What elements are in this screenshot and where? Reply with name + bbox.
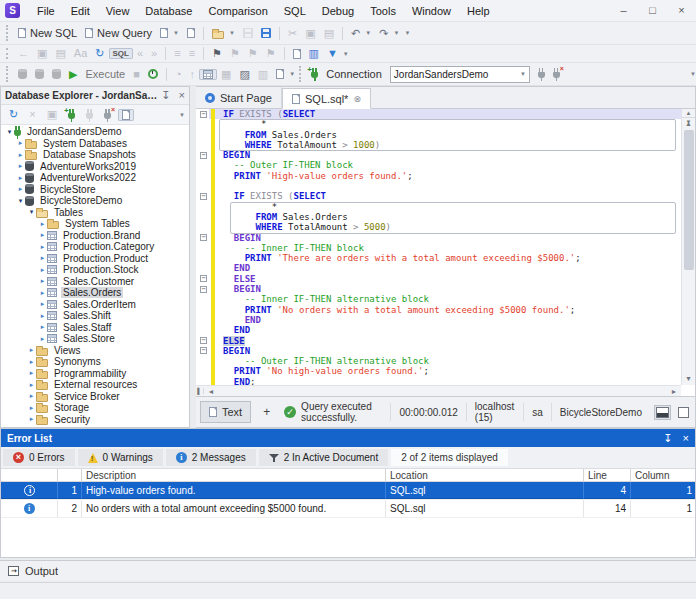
tab-start-page[interactable]: Start Page (196, 87, 282, 108)
fold-collapse-icon[interactable]: − (200, 347, 207, 354)
column-header-location[interactable]: Location (386, 469, 584, 481)
tree-item-production-stock[interactable]: ▸Production.Stock (1, 264, 189, 276)
column-header-description[interactable]: Description (82, 469, 386, 481)
expand-arrow-icon[interactable]: ▸ (27, 358, 36, 366)
tree-item-views[interactable]: ▸Views (1, 345, 189, 357)
close-tab-icon[interactable]: ⊗ (353, 94, 361, 104)
collapse-arrow-icon[interactable]: ▾ (16, 197, 25, 205)
scroll-right-icon[interactable]: ► (667, 388, 681, 395)
snapshot-button[interactable]: ▣ (33, 47, 51, 60)
menu-database[interactable]: Database (137, 2, 200, 20)
connect-button[interactable] (82, 108, 97, 122)
tree-item-tables[interactable]: ▾Tables (1, 207, 189, 219)
tree-item-system-databases[interactable]: ▸System Databases (1, 138, 189, 150)
tree-item-bicyclestore[interactable]: ▸BicycleStore (1, 184, 189, 196)
text-case-button[interactable]: Aa (70, 47, 91, 60)
expand-arrow-icon[interactable]: ▸ (16, 162, 25, 170)
query-profiler-button[interactable] (144, 68, 162, 80)
redo-button[interactable]: ↷▼▼ (375, 27, 414, 40)
dropdown-arrow-icon[interactable]: ▼ (289, 71, 295, 77)
fold-collapse-icon[interactable]: − (200, 275, 207, 282)
expand-arrow-icon[interactable]: ▸ (16, 151, 25, 159)
dropdown-arrow-icon[interactable]: ▼ (173, 30, 179, 36)
fold-collapse-icon[interactable]: − (200, 111, 207, 118)
disconnect-button[interactable]: × (100, 108, 115, 122)
layout-button[interactable]: ▦ (217, 68, 235, 81)
filter-button[interactable]: ▼▼ (323, 47, 353, 60)
expand-arrow-icon[interactable]: ▸ (38, 277, 47, 285)
disconnect-button[interactable]: × (549, 67, 564, 81)
scroll-down-icon[interactable]: ▼ (685, 373, 692, 385)
toolbar-grip[interactable] (299, 66, 303, 82)
result-tab-text[interactable]: Text (200, 401, 251, 423)
menu-view[interactable]: View (98, 2, 138, 20)
dropdown-arrow-icon[interactable]: ▼ (393, 30, 399, 36)
toolbar-grip[interactable] (6, 25, 10, 41)
document-outline-button[interactable] (289, 48, 305, 60)
column-header-blank[interactable] (1, 469, 58, 481)
fold-collapse-icon[interactable]: − (200, 337, 207, 344)
expand-arrow-icon[interactable]: ▸ (38, 289, 47, 297)
dropdown-arrow-icon[interactable]: ▼ (690, 71, 696, 77)
fold-collapse-icon[interactable]: − (200, 193, 207, 200)
toolbar-grip[interactable] (6, 66, 10, 82)
close-icon[interactable]: × (683, 433, 689, 444)
scroll-left-icon[interactable]: ◄ (204, 388, 218, 395)
expand-arrow-icon[interactable]: ▸ (38, 220, 47, 228)
expand-arrow-icon[interactable]: ▸ (38, 312, 47, 320)
execute-label[interactable]: Execute (81, 67, 129, 81)
expand-arrow-icon[interactable]: ▸ (38, 243, 47, 251)
expand-arrow-icon[interactable]: ▸ (27, 415, 36, 423)
refresh-button[interactable]: ↻ (91, 47, 108, 60)
fold-collapse-icon[interactable]: − (200, 234, 207, 241)
tree-item-adventureworks2022[interactable]: ▸AdventureWorks2022 (1, 172, 189, 184)
estimated-plan-button[interactable]: ◔ (171, 68, 186, 81)
new-document-button[interactable]: ▼ (156, 27, 183, 39)
sql-code-area[interactable]: −IF EXISTS (SELECT * FROM Sales.Orders W… (196, 109, 681, 385)
scroll-up-icon[interactable]: ▲ (685, 118, 692, 130)
tree-item-bicyclestoredemo[interactable]: ▾BicycleStoreDemo (1, 195, 189, 207)
new-snippet-button[interactable] (272, 68, 288, 80)
column-header-blank[interactable] (58, 469, 82, 481)
expand-arrow-icon[interactable]: ▸ (38, 300, 47, 308)
tab-sql-file[interactable]: SQL.sql*⊗ (282, 88, 371, 109)
duplicate-document-button[interactable] (118, 109, 134, 121)
dropdown-arrow-icon[interactable]: ▼ (404, 30, 410, 36)
filter-active-document-button[interactable]: 2 In Active Document (259, 449, 389, 466)
menu-help[interactable]: Help (459, 2, 498, 20)
clear-bookmarks-button[interactable]: ⚑ (262, 47, 280, 60)
minimize-button[interactable]: – (609, 0, 638, 21)
expand-arrow-icon[interactable]: ▸ (27, 369, 36, 377)
chart-button[interactable]: ▨ (235, 68, 253, 81)
dropdown-arrow-icon[interactable]: ▼ (179, 112, 185, 118)
expand-arrow-icon[interactable]: ▸ (38, 231, 47, 239)
tree-item-storage[interactable]: ▸Storage (1, 402, 189, 414)
dropdown-arrow-icon[interactable]: ▼ (365, 30, 371, 36)
connection-label[interactable]: Connection (322, 67, 386, 81)
toggle-bookmark-button[interactable]: ⚑ (208, 47, 226, 60)
comment-button[interactable]: ≡ (170, 47, 184, 60)
export-button[interactable]: ↑ (186, 68, 200, 81)
new-query-button[interactable]: New Query (81, 26, 156, 40)
data-editor-button[interactable] (199, 69, 217, 80)
pin-icon[interactable]: ↧ (161, 90, 170, 101)
horizontal-scrollbar[interactable]: ▌ ◄ ► (196, 385, 681, 396)
filter-messages-button[interactable]: 2 Messages (166, 449, 256, 466)
tree-item-production-brand[interactable]: ▸Production.Brand (1, 230, 189, 242)
open-file-button[interactable]: ▼ (208, 27, 239, 40)
fold-collapse-icon[interactable]: − (200, 286, 207, 293)
db-backup-button[interactable] (31, 68, 48, 80)
fold-collapse-icon[interactable]: − (200, 152, 207, 159)
splitter-grip[interactable]: ▌ (196, 388, 204, 394)
tree-item-security[interactable]: ▸Security (1, 414, 189, 426)
execute-button[interactable]: ▶ (65, 68, 81, 81)
single-view-button[interactable] (676, 405, 691, 420)
filter-warnings-button[interactable]: 0 Warnings (78, 449, 163, 466)
collapse-arrow-icon[interactable]: ▾ (27, 208, 36, 216)
split-view-button[interactable] (654, 405, 671, 420)
pivot-button[interactable]: ▥ (254, 68, 272, 81)
new-sql-button[interactable]: New SQL (14, 26, 81, 40)
browse-folder-button[interactable]: ▤ (51, 47, 69, 60)
tree-item-production-category[interactable]: ▸Production.Category (1, 241, 189, 253)
tree-item-adventureworks2019[interactable]: ▸AdventureWorks2019 (1, 161, 189, 173)
